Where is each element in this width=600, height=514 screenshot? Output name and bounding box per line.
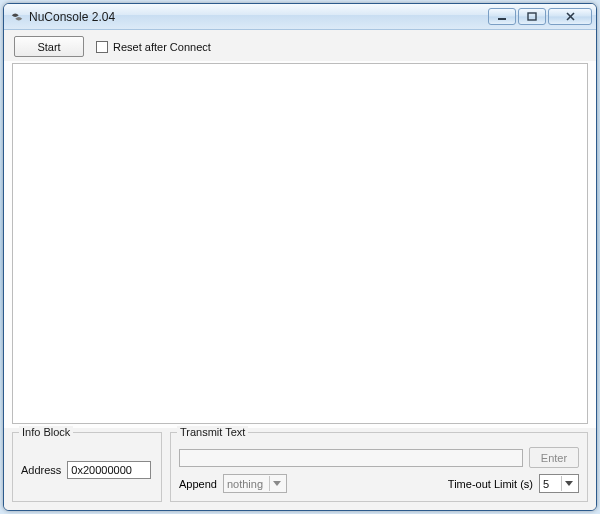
window-controls xyxy=(488,8,592,25)
start-button[interactable]: Start xyxy=(14,36,84,57)
toolbar: Start Reset after Connect xyxy=(4,30,596,61)
svg-marker-4 xyxy=(273,481,281,486)
append-label: Append xyxy=(179,478,217,490)
info-block-group: Info Block Address xyxy=(12,432,162,502)
timeout-select-value: 5 xyxy=(543,478,555,490)
transmit-legend: Transmit Text xyxy=(177,426,248,438)
append-select[interactable]: nothing xyxy=(223,474,287,493)
window-title: NuConsole 2.04 xyxy=(29,10,115,24)
maximize-button[interactable] xyxy=(518,8,546,25)
console-output[interactable] xyxy=(12,63,588,424)
app-icon xyxy=(10,10,24,24)
timeout-select[interactable]: 5 xyxy=(539,474,579,493)
transmit-group: Transmit Text Enter Append nothing Time-… xyxy=(170,432,588,502)
enter-button[interactable]: Enter xyxy=(529,447,579,468)
chevron-down-icon xyxy=(269,476,283,491)
address-label: Address xyxy=(21,464,61,476)
address-input[interactable] xyxy=(67,461,151,479)
bottom-panel: Info Block Address Transmit Text Enter A… xyxy=(4,428,596,510)
reset-checkbox[interactable]: Reset after Connect xyxy=(96,41,211,53)
append-select-value: nothing xyxy=(227,478,263,490)
svg-rect-0 xyxy=(498,18,506,20)
info-block-legend: Info Block xyxy=(19,426,73,438)
checkbox-icon xyxy=(96,41,108,53)
close-button[interactable] xyxy=(548,8,592,25)
svg-marker-5 xyxy=(565,481,573,486)
minimize-button[interactable] xyxy=(488,8,516,25)
reset-checkbox-label: Reset after Connect xyxy=(113,41,211,53)
chevron-down-icon xyxy=(561,476,575,491)
transmit-input[interactable] xyxy=(179,449,523,467)
titlebar: NuConsole 2.04 xyxy=(4,4,596,30)
app-window: NuConsole 2.04 Start Reset after Connect xyxy=(3,3,597,511)
svg-rect-1 xyxy=(528,13,536,20)
timeout-label: Time-out Limit (s) xyxy=(448,478,533,490)
